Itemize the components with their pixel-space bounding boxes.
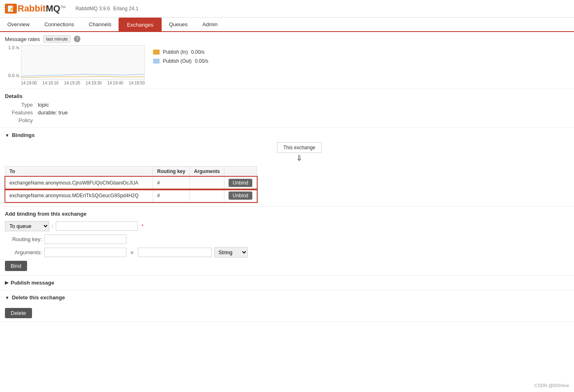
erlang-info: Erlang 24.1 xyxy=(113,6,138,11)
chart-svg-element xyxy=(21,46,144,78)
binding-action-2: Unbind xyxy=(224,189,257,202)
chart-svg xyxy=(21,45,145,80)
publish-message-section: ▶ Publish message xyxy=(0,276,574,290)
chart-area: 1.0 /s 0.0 /s 14:19:00 14:19:10 14:19:20… xyxy=(5,45,569,85)
delete-exchange-body: Delete xyxy=(0,305,574,321)
binding-arguments-2 xyxy=(190,189,224,202)
col-action xyxy=(224,166,257,177)
bindings-table-wrapper: To Routing key Arguments exchangeName.an… xyxy=(5,166,569,202)
add-binding-title: Add binding from this exchange xyxy=(5,211,569,217)
details-type-value: topic xyxy=(38,102,569,108)
delete-exchange-title: Delete this exchange xyxy=(12,294,65,301)
legend-publish-in: Publish (In) 0.00/s xyxy=(153,49,208,55)
chart-x-labels: 14:19:00 14:19:10 14:19:20 14:19:30 14:1… xyxy=(21,81,145,85)
bindings-header[interactable]: ▼ Bindings xyxy=(5,132,569,138)
details-table: Type topic Features durable: true Policy xyxy=(5,102,569,123)
destination-select[interactable]: To queue To exchange xyxy=(5,221,49,231)
details-features-value: durable: true xyxy=(38,109,569,116)
details-type-label: Type xyxy=(5,102,38,108)
binding-arguments-1 xyxy=(190,177,224,189)
arguments-value-input[interactable] xyxy=(138,248,212,257)
delete-exchange-toggle: ▼ xyxy=(5,295,9,300)
logo: 📝 RabbitMQTM xyxy=(5,3,66,14)
legend-publish-out: Publish (Out) 0.00/s xyxy=(153,58,208,64)
binding-to-cell-1: exchangeName.anonymous.CjnsW8FUQoCNGbani… xyxy=(5,177,153,189)
routing-key-input[interactable] xyxy=(44,235,126,244)
legend-publish-in-label: Publish (In) xyxy=(163,49,188,55)
legend-publish-out-value: 0.00/s xyxy=(195,58,208,64)
delete-exchange-section: ▼ Delete this exchange Delete xyxy=(0,290,574,322)
nav-overview[interactable]: Overview xyxy=(0,18,37,31)
publish-message-toggle: ▶ xyxy=(5,280,8,285)
col-arguments: Arguments xyxy=(190,166,224,177)
chart-wrapper: 14:19:00 14:19:10 14:19:20 14:19:30 14:1… xyxy=(21,45,145,85)
svg-rect-0 xyxy=(21,46,144,78)
delete-button[interactable]: Delete xyxy=(5,308,32,318)
table-row: exchangeName.anonymous.MDErITkSQGeucG9Sp… xyxy=(5,189,257,202)
details-title: Details xyxy=(5,93,569,99)
details-features-label: Features xyxy=(5,109,38,116)
exchange-box: This exchange xyxy=(277,142,321,153)
table-row: exchangeName.anonymous.CjnsW8FUQoCNGbani… xyxy=(5,177,257,189)
binding-action-1: Unbind xyxy=(224,177,257,189)
publish-message-title: Publish message xyxy=(11,280,54,286)
binding-to-2: exchangeName.anonymous.MDErITkSQGeucG9Sp… xyxy=(9,193,139,198)
bindings-toggle: ▼ xyxy=(5,133,9,138)
col-routing-key: Routing key xyxy=(153,166,190,177)
nav-connections[interactable]: Connections xyxy=(37,18,81,31)
main-nav: Overview Connections Channels Exchanges … xyxy=(0,18,574,32)
unbind-button-2[interactable]: Unbind xyxy=(229,191,252,200)
arguments-label: Arguments: xyxy=(5,249,42,255)
routing-key-row: Routing key: xyxy=(5,235,569,244)
destination-colon: : xyxy=(52,223,53,229)
bind-button[interactable]: Bind xyxy=(5,261,27,271)
routing-key-label: Routing key: xyxy=(5,236,42,242)
details-policy-value xyxy=(38,117,569,123)
details-policy-label: Policy xyxy=(5,117,38,123)
details-section: Details Type topic Features durable: tru… xyxy=(0,89,574,128)
add-binding-section: Add binding from this exchange To queue … xyxy=(0,207,574,276)
arguments-row: Arguments: = String Number Boolean xyxy=(5,247,569,258)
chart-legend: Publish (In) 0.00/s Publish (Out) 0.00/s xyxy=(153,45,208,64)
nav-exchanges[interactable]: Exchanges xyxy=(119,18,161,31)
logo-icon: 📝 xyxy=(5,4,17,14)
arrow-down-icon: ⇓ xyxy=(296,153,303,163)
chart-y-labels: 1.0 /s 0.0 /s xyxy=(5,45,19,78)
bindings-section: ▼ Bindings This exchange ⇓ To Routing ke… xyxy=(0,128,574,207)
binding-to-cell-2: exchangeName.anonymous.MDErITkSQGeucG9Sp… xyxy=(5,189,153,202)
nav-queues[interactable]: Queues xyxy=(162,18,195,31)
chart-y-bottom: 0.0 /s xyxy=(5,73,19,78)
bindings-table: To Routing key Arguments exchangeName.an… xyxy=(5,166,257,202)
header: 📝 RabbitMQTM RabbitMQ 3.9.6 Erlang 24.1 xyxy=(0,0,574,18)
arguments-key-input[interactable] xyxy=(44,248,126,257)
legend-publish-in-value: 0.00/s xyxy=(191,49,205,55)
destination-input[interactable] xyxy=(56,221,138,231)
chart-y-top: 1.0 /s xyxy=(5,45,19,50)
unbind-button-1[interactable]: Unbind xyxy=(229,179,252,187)
bindings-title: Bindings xyxy=(12,132,35,138)
version-info: RabbitMQ 3.9.6 xyxy=(75,6,110,11)
binding-routing-key-2: # xyxy=(153,189,190,202)
col-to: To xyxy=(5,166,153,177)
eq-sign: = xyxy=(130,249,134,255)
delete-exchange-header[interactable]: ▼ Delete this exchange xyxy=(0,290,574,305)
logo-text: RabbitMQTM xyxy=(18,3,66,14)
binding-to-1: exchangeName.anonymous.CjnsW8FUQoCNGbani… xyxy=(9,180,138,186)
publish-message-header[interactable]: ▶ Publish message xyxy=(0,276,574,290)
legend-publish-out-color xyxy=(153,59,160,64)
message-rates-header: Message rates last minute ? xyxy=(5,35,569,43)
binding-routing-key-1: # xyxy=(153,177,190,189)
bindings-exchange-box: This exchange ⇓ xyxy=(30,142,569,163)
rates-badge: last minute xyxy=(43,35,71,43)
message-rates-section: Message rates last minute ? 1.0 /s 0.0 /… xyxy=(0,32,574,89)
legend-publish-in-color xyxy=(153,50,160,55)
message-rates-title: Message rates xyxy=(5,36,40,42)
legend-publish-out-label: Publish (Out) xyxy=(163,58,192,64)
nav-channels[interactable]: Channels xyxy=(81,18,119,31)
required-marker: * xyxy=(142,223,144,229)
arguments-type-select[interactable]: String Number Boolean xyxy=(214,247,248,258)
nav-admin[interactable]: Admin xyxy=(195,18,225,31)
help-icon[interactable]: ? xyxy=(74,36,80,42)
destination-row: To queue To exchange : * xyxy=(5,221,569,231)
